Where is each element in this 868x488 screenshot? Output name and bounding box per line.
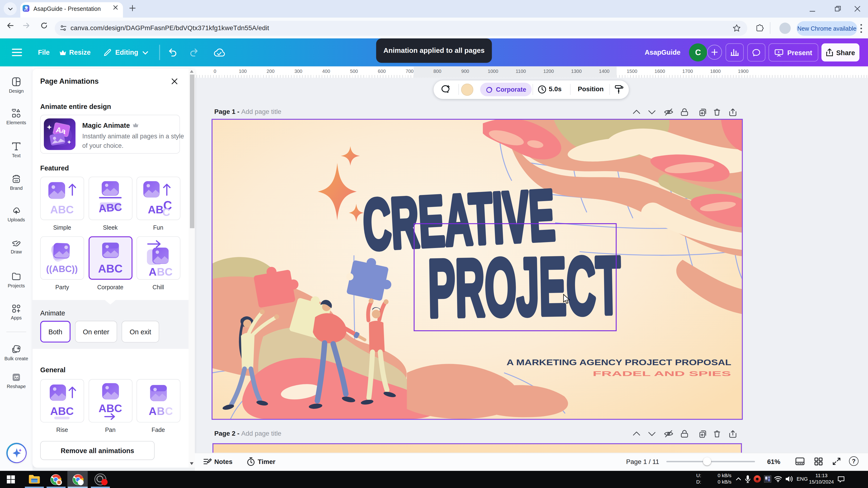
- svg-text:ABC: ABC: [98, 201, 122, 215]
- svg-text:((ABC)): ((ABC)): [46, 264, 78, 274]
- svg-text:A: A: [149, 405, 156, 417]
- svg-text:B: B: [157, 405, 164, 417]
- svg-text:ABC: ABC: [98, 262, 122, 275]
- svg-text:ABC: ABC: [50, 405, 74, 417]
- svg-text:A MARKETING AGENCY PROJECT PRO: A MARKETING AGENCY PROJECT PROPOSAL: [506, 357, 731, 367]
- svg-text:A: A: [149, 266, 156, 278]
- svg-text:FRADEL AND SPIES: FRADEL AND SPIES: [592, 370, 731, 377]
- svg-text:C: C: [165, 405, 173, 417]
- svg-text:BC: BC: [157, 266, 172, 278]
- svg-text:ABC: ABC: [98, 402, 122, 415]
- svg-text:C: C: [162, 206, 170, 218]
- svg-text:AB: AB: [148, 203, 163, 216]
- svg-text:co: co: [14, 179, 18, 182]
- svg-text:ABC: ABC: [50, 203, 74, 216]
